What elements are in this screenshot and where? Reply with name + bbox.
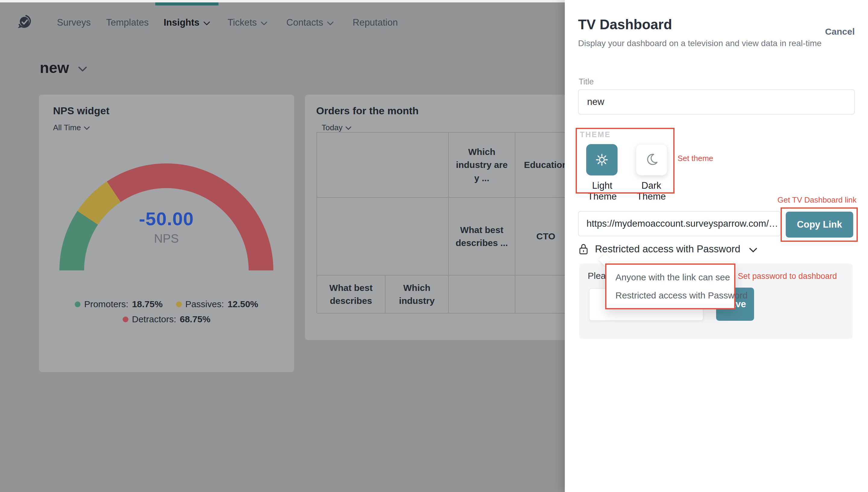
legend-value: 18.75%	[132, 299, 163, 309]
table-header-cell: Which industry	[385, 275, 449, 314]
access-mode-dropdown[interactable]: Restricted access with Password	[579, 243, 757, 255]
nps-score-value: -50.00	[59, 208, 273, 229]
chevron-down-icon	[203, 21, 210, 25]
table-cell-empty	[449, 275, 515, 314]
title-field-label: Title	[579, 77, 594, 87]
tv-dashboard-link-input[interactable]: https://mydemoaccount.surveysparrow.com/…	[578, 211, 781, 236]
surveysparrow-logo-icon[interactable]	[18, 15, 32, 29]
nav-label: Templates	[106, 17, 149, 28]
legend-value: 12.50%	[228, 299, 258, 309]
moon-icon	[644, 152, 659, 168]
nav-item-templates[interactable]: Templates	[106, 17, 149, 28]
nav-label: Contacts	[286, 17, 323, 28]
nps-period-dropdown[interactable]: All Time	[53, 123, 90, 132]
detractors-dot-icon	[123, 317, 128, 322]
promoters-dot-icon	[75, 301, 80, 307]
chevron-down-icon	[78, 66, 87, 72]
nav-label: Tickets	[228, 17, 257, 28]
nav-label: Surveys	[57, 17, 91, 28]
light-theme-option[interactable]	[586, 144, 617, 175]
widget-title: Orders for the month	[316, 105, 418, 117]
nps-widget-card: NPS widget All Time -50.00 NPS Promoters…	[39, 95, 294, 372]
period-label: All Time	[53, 123, 81, 132]
dropdown-option-anyone[interactable]: Anyone with the link can see	[615, 272, 734, 282]
access-mode-label: Restricted access with Password	[595, 243, 740, 255]
legend-item-promoters: Promoters: 18.75%	[75, 299, 162, 309]
chevron-down-icon	[346, 126, 351, 130]
theme-section-label: THEME	[580, 130, 611, 139]
title-input[interactable]: new	[578, 89, 855, 115]
nav-item-surveys[interactable]: Surveys	[57, 17, 91, 28]
period-label: Today	[322, 123, 342, 132]
panel-title: TV Dashboard	[578, 16, 672, 32]
nav-item-contacts[interactable]: Contacts	[286, 17, 334, 28]
table-cell-empty	[317, 133, 449, 198]
nav-label: Reputation	[353, 17, 398, 28]
nav-item-tickets[interactable]: Tickets	[228, 17, 267, 28]
copy-link-button[interactable]: Copy Link	[786, 212, 853, 238]
legend-value: 68.75%	[180, 314, 210, 324]
password-prompt-label: Plea	[588, 271, 606, 281]
passives-dot-icon	[176, 301, 182, 307]
annotation-set-theme: Set theme	[678, 154, 713, 163]
legend-item-passives: Passives: 12.50%	[176, 299, 258, 309]
chevron-down-icon	[84, 126, 90, 130]
cancel-button[interactable]: Cancel	[825, 27, 855, 37]
orders-table: Which industry are y ... Education What …	[316, 132, 576, 313]
legend-item-detractors: Detractors: 68.75%	[123, 314, 210, 324]
lock-icon	[579, 243, 588, 255]
legend-label: Passives:	[185, 299, 224, 309]
dark-theme-option[interactable]	[636, 144, 667, 175]
orders-period-dropdown[interactable]: Today	[322, 123, 351, 132]
table-cell: Which industry are y ...	[449, 133, 515, 198]
nav-item-insights[interactable]: Insights	[164, 17, 210, 28]
chevron-down-icon	[749, 248, 757, 252]
dropdown-option-restricted[interactable]: Restricted access with Password	[615, 290, 734, 300]
nps-score-label: NPS	[59, 232, 273, 245]
table-header-cell: What best describes	[317, 275, 385, 314]
screen: Surveys Templates Insights Tickets Conta…	[0, 0, 868, 492]
dashboard-title: new	[40, 59, 69, 77]
sun-icon	[593, 151, 610, 168]
chevron-down-icon	[327, 21, 334, 25]
table-cell-empty	[317, 198, 449, 275]
nav-label: Insights	[164, 17, 200, 28]
dark-theme-label: Dark Theme	[629, 180, 674, 202]
dashboard-title-dropdown[interactable]: new	[40, 59, 87, 77]
access-options-dropdown: Anyone with the link can see Restricted …	[605, 264, 735, 309]
chevron-down-icon	[261, 21, 267, 25]
annotation-set-password: Set password to dashboard	[738, 272, 837, 281]
table-cell: What best describes ...	[449, 198, 515, 275]
legend-label: Promoters:	[84, 299, 128, 309]
active-tab-indicator	[155, 2, 219, 5]
legend-label: Detractors:	[132, 314, 176, 324]
nps-legend: Promoters: 18.75% Passives: 12.50% Detra…	[39, 299, 294, 324]
orders-widget-card: Orders for the month Today Which industr…	[305, 95, 576, 340]
nps-gauge-chart: -50.00 NPS	[59, 164, 273, 270]
tv-dashboard-panel: TV Dashboard Cancel Display your dashboa…	[565, 0, 868, 492]
annotation-get-link: Get TV Dashboard link	[777, 195, 857, 205]
light-theme-label: Light Theme	[578, 180, 626, 202]
widget-title: NPS widget	[53, 105, 109, 117]
panel-description: Display your dashboard on a television a…	[578, 39, 822, 48]
nav-item-reputation[interactable]: Reputation	[353, 17, 398, 28]
